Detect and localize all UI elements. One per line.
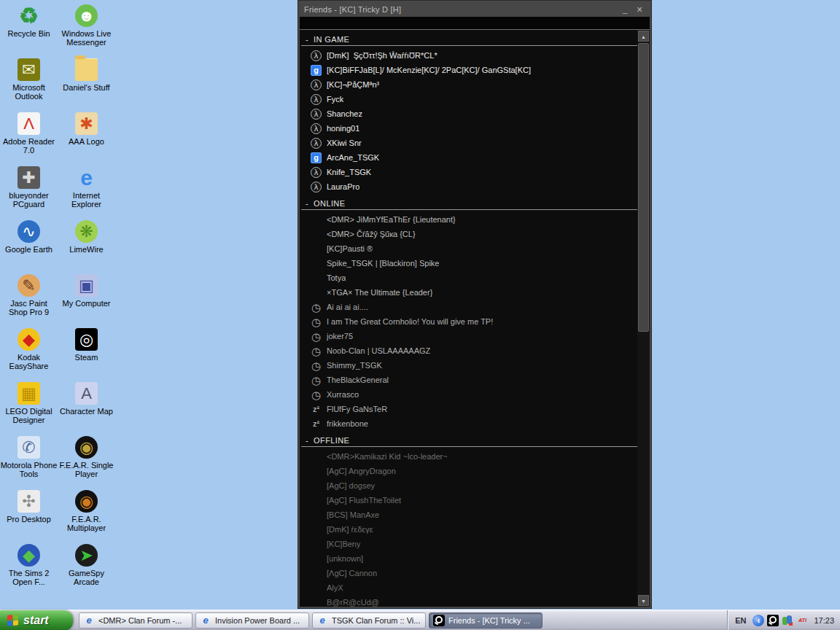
desktop-icon[interactable]: ▣ My Computer — [58, 274, 115, 328]
desktop-icon[interactable]: ▦ LEGO Digital Designer — [1, 382, 58, 436]
friends-rows-area: -IN GAME λ [DmK] ŞçƱττ!Şh ŴaŕŕıƱR*CL* g — [300, 30, 637, 607]
taskbar-task-button[interactable]: e <DMR> Clan Forum -... — [79, 612, 192, 629]
desktop-icon[interactable]: ✎ Jasc Paint Shop Pro 9 — [1, 274, 58, 328]
friend-row[interactable]: λ [DmK] ŞçƱττ!Şh ŴaŕŕıƱR*CL* — [300, 48, 637, 63]
titlebar[interactable]: Friends - [KC] Tricky D [H] _ ✕ — [300, 2, 650, 17]
collapse-indicator: - — [306, 199, 308, 208]
desktop-icon[interactable]: ◉ F.E.A.R. Single Player — [58, 436, 115, 490]
friend-row[interactable]: ◷ Noob-Clan | USLAAAAAAGZ — [300, 343, 637, 358]
desktop-icon[interactable]: ➤ GameSpy Arcade — [58, 544, 115, 598]
friend-row[interactable]: λ Shanchez — [300, 106, 637, 121]
friend-row[interactable]: λ Knife_TSGK — [300, 165, 637, 179]
friend-row[interactable]: ◷ Shimmy_TSGK — [300, 358, 637, 373]
tray-icon[interactable] — [767, 615, 779, 626]
clock[interactable]: 17:23 — [812, 616, 834, 625]
friend-name: Shimmy_TSGK — [327, 361, 382, 370]
task-label: Invision Power Board ... — [215, 616, 300, 625]
desktop-icon-image — [75, 58, 98, 81]
friend-name: Xurrasco — [327, 390, 359, 399]
desktop-icon[interactable]: ✆ Motorola Phone Tools — [1, 436, 58, 490]
desktop-icon[interactable]: ♻ Recycle Bin — [1, 4, 58, 58]
desktop-icon[interactable]: ✱ AAA Logo — [58, 112, 115, 166]
friend-row[interactable]: AlyX — [300, 580, 637, 595]
friend-row[interactable]: [AgC] dogsey — [300, 478, 637, 493]
language-indicator[interactable]: EN — [732, 615, 749, 626]
scrollbar-thumb[interactable] — [638, 43, 649, 332]
friend-row[interactable]: ◷ Ai ai ai ai.... — [300, 300, 637, 314]
desktop-icon[interactable]: A Character Map — [58, 382, 115, 436]
friend-row[interactable]: λ [KC]¬PåÇMªn³ — [300, 77, 637, 92]
friend-row[interactable]: Totya — [300, 271, 637, 285]
friend-row[interactable]: [BCS] ManAxe — [300, 508, 637, 522]
friend-row[interactable]: <DMR> Čŕăžŷ Şűкa {CL} — [300, 227, 637, 241]
desktop-icon[interactable]: ◆ The Sims 2 Open F... — [1, 544, 58, 598]
friend-row[interactable]: [unknown] — [300, 551, 637, 566]
friend-row[interactable]: ×TGA× The Ultimate {Leader} — [300, 285, 637, 300]
tray-icon[interactable]: ‹ — [752, 615, 764, 626]
start-button[interactable]: start — [0, 610, 73, 630]
taskbar-task-button[interactable]: Friends - [KC] Tricky ... — [429, 612, 542, 629]
friend-name: frikkenbone — [327, 419, 368, 428]
desktop-icon-label: Steam — [75, 353, 98, 362]
friend-row[interactable]: ◷ Xurrasco — [300, 387, 637, 402]
desktop-icon-image: ✉ — [18, 58, 40, 81]
tray-icon[interactable] — [782, 615, 793, 626]
task-app-icon: e — [83, 615, 95, 626]
desktop-icon-label: Internet Explorer — [58, 191, 115, 209]
desktop-icon[interactable]: ✣ Pro Desktop — [1, 490, 58, 544]
desktop-icon[interactable]: Λ Adobe Reader 7.0 — [1, 112, 58, 166]
friend-row[interactable]: [AgC] AngryDragon — [300, 464, 637, 478]
friend-row[interactable]: ◷ TheBlackGeneral — [300, 373, 637, 387]
desktop-icon[interactable]: ☻ Windows Live Messenger — [58, 4, 115, 58]
desktop-icon[interactable]: ∿ Google Earth — [1, 220, 58, 274]
desktop-icon[interactable]: ✉ Microsoft Outlook — [1, 58, 58, 112]
scroll-up-icon[interactable]: ▲ — [638, 31, 649, 42]
scroll-down-icon[interactable]: ▼ — [638, 595, 649, 606]
friend-row[interactable]: λ honing01 — [300, 121, 637, 136]
desktop-icon[interactable]: ◆ Kodak EasyShare — [1, 328, 58, 382]
desktop-icon[interactable]: ❋ LimeWire — [58, 220, 115, 274]
friend-row[interactable]: g ArcAne_TSGK — [300, 150, 637, 165]
desktop-icon[interactable]: ◎ Steam — [58, 328, 115, 382]
minimize-button[interactable]: _ — [619, 5, 631, 14]
section-header[interactable]: -ONLINE — [301, 194, 637, 210]
taskbar-task-button[interactable]: e Invision Power Board ... — [195, 612, 309, 629]
friend-row[interactable]: λ LauraPro — [300, 179, 637, 194]
task-app-icon: e — [316, 615, 328, 626]
desktop-icon-image: ◉ — [75, 436, 98, 459]
desktop-icon[interactable]: ✚ blueyonder PCguard — [1, 166, 58, 220]
task-buttons: e <DMR> Clan Forum -... e Invision Power… — [73, 612, 727, 629]
section-label: IN GAME — [314, 35, 349, 44]
desktop-icon-image: e — [75, 166, 98, 189]
desktop-icon-label: Jasc Paint Shop Pro 9 — [1, 299, 58, 316]
close-button[interactable]: ✕ — [634, 5, 645, 15]
desktop-icon[interactable]: Daniel's Stuff — [58, 58, 115, 112]
friend-row[interactable]: g [KC]BiFFJaB[L]/ McKenzie[KC]/ 2PaC[KC]… — [300, 63, 637, 77]
friend-name: [BCS] ManAxe — [327, 510, 379, 519]
friend-row[interactable]: [ΛgC] Cannon — [300, 566, 637, 580]
friend-row[interactable]: [KC]Beny — [300, 537, 637, 551]
friend-row[interactable]: [DmK] ŕεδεγε — [300, 522, 637, 537]
tray-icon[interactable]: ATI — [796, 615, 808, 626]
friend-row[interactable]: [AgC] FlushTheToilet — [300, 493, 637, 508]
friend-row[interactable]: B@rR@cUd@ — [300, 595, 637, 607]
friend-row[interactable]: z² FlUfFy GaNsTeR — [300, 402, 637, 416]
desktop-icon[interactable]: e Internet Explorer — [58, 166, 115, 220]
section-header[interactable]: -OFFLINE — [301, 431, 637, 447]
friend-row[interactable]: λ XKiwi Snr — [300, 136, 637, 150]
friend-row[interactable]: <DMR> JiMmYfEaThEr {Lieutenant} — [300, 212, 637, 227]
scrollbar[interactable]: ▲ ▼ — [637, 30, 650, 607]
friend-row[interactable]: ◷ joker75 — [300, 329, 637, 343]
desktop-icon-label: Kodak EasyShare — [1, 353, 58, 370]
friend-row[interactable]: Spike_TSGK | [Blackiron] Spike — [300, 256, 637, 271]
taskbar: start e <DMR> Clan Forum -... e Invision… — [0, 610, 840, 630]
friend-row[interactable]: z² frikkenbone — [300, 416, 637, 431]
friend-row[interactable]: λ Fyck — [300, 92, 637, 106]
desktop-icon[interactable]: ◉ F.E.A.R. Multiplayer — [58, 490, 115, 544]
friend-row[interactable]: <DMR>Kamikazi Kid ~lco-leader~ — [300, 449, 637, 464]
desktop-icon-label: Motorola Phone Tools — [1, 461, 58, 478]
section-header[interactable]: -IN GAME — [301, 30, 637, 46]
friend-row[interactable]: [KC]Pausti ® — [300, 241, 637, 256]
taskbar-task-button[interactable]: e TSGK Clan Forum :: Vi... — [312, 612, 426, 629]
friend-row[interactable]: ◷ I am The Great Cornholio! You will giv… — [300, 314, 637, 329]
